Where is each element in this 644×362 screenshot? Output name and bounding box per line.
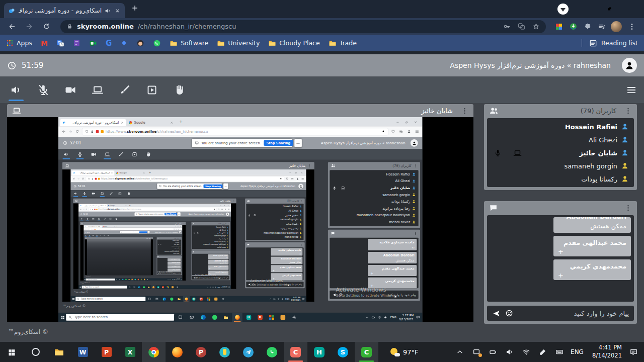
taskbar-app-firefox[interactable] xyxy=(166,342,189,362)
playlist-extension-icon[interactable] xyxy=(598,23,606,31)
chevron-up-tray-icon[interactable] xyxy=(451,348,468,356)
chat-message-expand[interactable]: + xyxy=(370,271,373,275)
bookmark-item[interactable] xyxy=(73,39,80,47)
idm-extension-icon[interactable] xyxy=(569,22,578,31)
microphone-muted-button[interactable] xyxy=(34,79,52,101)
star-icon[interactable] xyxy=(532,23,540,30)
chat-input[interactable]: پیام خود را وارد کنید xyxy=(487,306,634,321)
taskbar-app-hotspot-shield[interactable]: H xyxy=(307,342,331,362)
chat-message-expand[interactable]: + xyxy=(209,268,210,270)
microphone-muted-icon xyxy=(37,84,49,96)
chat-message-expand[interactable]: + xyxy=(558,248,564,255)
chat-message-expand[interactable]: + xyxy=(272,277,274,280)
tablet-notification-tray-icon[interactable] xyxy=(468,348,485,356)
taskbar-app-powerpoint[interactable]: P xyxy=(95,342,118,362)
browser-menu-button[interactable] xyxy=(625,23,639,31)
window-restore-button[interactable] xyxy=(599,0,620,17)
taskbar-app-explorer[interactable] xyxy=(47,342,71,362)
shared-protection-icon xyxy=(286,177,288,180)
taskbar-clock[interactable]: 4:41 PM 8/14/2021 xyxy=(587,344,623,359)
reload-button[interactable] xyxy=(39,23,53,30)
taskbar-app-telegram[interactable] xyxy=(236,342,260,362)
shared-tray-speaker-icon xyxy=(215,286,216,288)
user-row[interactable]: Ali Ghezi xyxy=(487,133,634,146)
taskbar-app-cortana[interactable] xyxy=(24,342,47,362)
taskbar-app-excel[interactable]: X xyxy=(118,342,142,362)
new-tab-button[interactable] xyxy=(131,4,139,12)
speaker-tray-icon[interactable] xyxy=(501,348,518,356)
chat-message-expand[interactable]: + xyxy=(370,284,373,288)
user-row[interactable]: Hossein Rafiei xyxy=(487,120,634,133)
bookmark-item[interactable]: Apps xyxy=(6,39,32,47)
user-row[interactable]: رکسانا پودات xyxy=(487,172,634,186)
raise-hand-button[interactable] xyxy=(170,79,188,101)
taskbar-app-psiphon[interactable]: P xyxy=(189,342,213,362)
bookmark-item[interactable]: University xyxy=(217,39,260,47)
screen-share-options-icon[interactable] xyxy=(461,107,468,115)
taskbar-app-chrome[interactable] xyxy=(142,342,166,362)
pen-tray-icon[interactable] xyxy=(534,348,551,356)
language-indicator[interactable]: ENG xyxy=(568,348,587,355)
media-controls-button[interactable] xyxy=(557,4,569,15)
taskbar-app-start[interactable] xyxy=(0,342,24,362)
bookmark-item[interactable] xyxy=(136,39,144,47)
taskbar-app-skype[interactable]: S xyxy=(331,342,355,362)
translate-icon[interactable] xyxy=(518,23,525,30)
bookmark-item[interactable]: Software xyxy=(170,39,208,47)
taskbar-app-whatsapp[interactable] xyxy=(260,342,284,362)
screen-share-button[interactable] xyxy=(89,79,107,101)
bookmark-item[interactable] xyxy=(153,39,161,47)
chat-message-expand[interactable]: + xyxy=(558,272,564,279)
bookmark-item[interactable]: M xyxy=(41,39,48,47)
user-row[interactable]: شایان خائیز xyxy=(487,146,634,159)
browser-toolbar: skyroom.online/ch/rahneshan_ir/chemengsc… xyxy=(0,18,644,35)
shared-taskbar-app-task-view xyxy=(146,296,152,302)
address-bar[interactable]: skyroom.online/ch/rahneshan_ir/chemengsc… xyxy=(60,20,546,33)
bookmark-item[interactable] xyxy=(56,39,64,47)
bookmark-item[interactable]: Trade xyxy=(329,39,357,47)
chat-message-expand[interactable]: + xyxy=(168,267,169,268)
reading-list-button[interactable]: Reading list xyxy=(582,39,638,47)
chat-message-expand[interactable]: + xyxy=(272,269,274,272)
wifi-tray-icon[interactable] xyxy=(518,348,534,356)
bookmark-item[interactable] xyxy=(120,39,128,47)
chat-message-expand[interactable]: + xyxy=(209,273,210,275)
emoji-icon[interactable] xyxy=(505,309,513,317)
weather-widget[interactable]: 97°F xyxy=(385,347,424,356)
speaker-button[interactable] xyxy=(7,79,25,101)
users-options-icon[interactable] xyxy=(624,107,632,115)
media-player-button[interactable] xyxy=(143,79,161,101)
chat-message-expand[interactable]: + xyxy=(168,270,169,272)
bookmark-item[interactable]: Cloudy Place xyxy=(268,39,319,47)
back-button[interactable] xyxy=(5,23,19,31)
extensions-puzzle-icon[interactable] xyxy=(584,23,592,31)
shared-banner-hide-button: — xyxy=(223,184,228,189)
send-icon[interactable] xyxy=(492,309,501,318)
battery-tray-icon[interactable] xyxy=(485,348,501,356)
bookmark-label: Trade xyxy=(340,39,357,47)
menu-icon[interactable] xyxy=(626,84,637,96)
browser-tab[interactable]: اسکای‌روم - دوره آموزشی نرم‌اف xyxy=(4,3,125,18)
chat-options-icon[interactable] xyxy=(624,204,632,212)
keyboard-tray-icon[interactable] xyxy=(551,348,568,356)
action-center-icon[interactable] xyxy=(623,348,644,356)
bookmark-item[interactable] xyxy=(89,39,97,47)
taskbar-app-word[interactable]: W xyxy=(71,342,95,362)
taskbar-app-camtasia-red[interactable]: C xyxy=(284,342,307,362)
window-close-button[interactable] xyxy=(622,0,643,17)
shared-screen-video[interactable]: اسکای‌روم - دوره آموزشی نرم‌افGoogle+htt… xyxy=(7,117,473,322)
tab-close-icon[interactable] xyxy=(114,8,121,14)
camera-button[interactable] xyxy=(61,79,79,101)
user-row[interactable]: samaneh gorgin xyxy=(487,159,634,172)
palette-extension-icon[interactable] xyxy=(555,23,563,31)
forward-button[interactable] xyxy=(22,23,36,31)
browser-profile-avatar[interactable] xyxy=(611,21,622,32)
account-avatar[interactable] xyxy=(622,58,637,73)
key-icon[interactable] xyxy=(503,23,511,30)
tab-audio-icon[interactable] xyxy=(105,8,111,14)
taskbar-app-lantern[interactable] xyxy=(213,342,236,362)
draw-button[interactable] xyxy=(116,79,134,101)
window-minimize-button[interactable] xyxy=(577,0,598,17)
taskbar-app-camtasia-green[interactable]: C xyxy=(355,342,378,362)
bookmark-item[interactable]: G xyxy=(106,39,112,48)
